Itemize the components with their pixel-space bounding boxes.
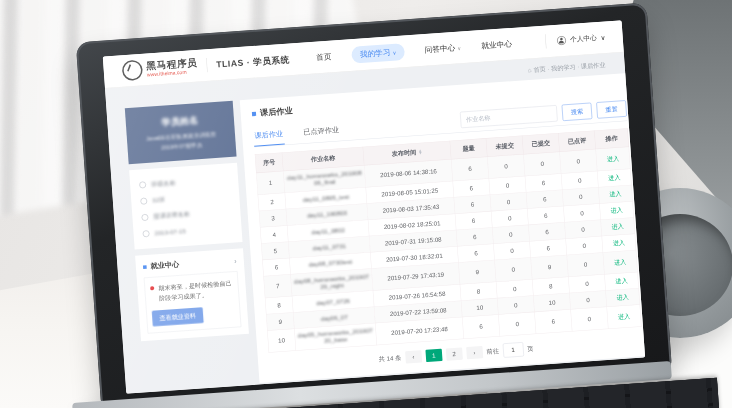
brand-logo[interactable]: 黑马程序员 www.itheima.com xyxy=(121,56,198,82)
col-seq: 序号 xyxy=(255,153,283,173)
reset-button[interactable]: 重置 xyxy=(596,100,627,118)
total-count: 共 14 条 xyxy=(378,353,401,363)
cell-reviewed: 0 xyxy=(560,149,598,173)
enter-link[interactable]: 进入 xyxy=(609,190,622,198)
student-info-card: 班级名称 32班 授课讲师名称 2019-07-15 xyxy=(129,163,242,250)
page-button-1[interactable]: 1 xyxy=(425,349,442,362)
cell-quantity: 6 xyxy=(451,157,489,181)
nav-item-employment-center[interactable]: 就业中心 xyxy=(481,39,512,51)
employment-panel: 就业中心 › 期末将至，是时候检验自己阶段学习成果了。 查看就业资料 xyxy=(135,248,249,341)
homework-name-input[interactable] xyxy=(460,105,558,128)
nav-item-home[interactable]: 首页 xyxy=(316,52,332,63)
enter-link[interactable]: 进入 xyxy=(618,312,631,320)
divider xyxy=(206,58,208,72)
enter-link[interactable]: 进入 xyxy=(616,293,629,301)
enter-link[interactable]: 进入 xyxy=(613,239,626,247)
home-icon: ⌂ xyxy=(528,66,532,73)
homework-table: 序号 作业名称 发布时间▲▼ 题量 未提交 已提交 已点评 xyxy=(255,128,642,352)
page-button-2[interactable]: 2 xyxy=(446,347,463,360)
cell-seq: 9 xyxy=(266,312,294,330)
enter-link[interactable]: 进入 xyxy=(610,206,623,214)
view-employment-materials-button[interactable]: 查看就业资料 xyxy=(152,307,204,326)
cell-submitted: 0 xyxy=(523,152,561,176)
nav-item-qa-center[interactable]: 问答中心∨ xyxy=(424,43,461,55)
cell-not-submitted: 0 xyxy=(498,312,536,336)
cell-reviewed: 0 xyxy=(571,307,609,331)
teacher-icon xyxy=(141,214,148,221)
cell-seq: 3 xyxy=(259,209,287,227)
red-dot-icon xyxy=(150,286,154,290)
cell-not-submitted: 0 xyxy=(487,154,525,178)
person-icon xyxy=(557,36,566,45)
chevron-right-icon: › xyxy=(234,256,237,265)
tab-homework[interactable]: 课后作业 xyxy=(253,124,285,146)
page-title: 课后作业 xyxy=(260,106,293,119)
cell-seq: 2 xyxy=(258,193,286,211)
chevron-down-icon: ∨ xyxy=(392,50,396,56)
laptop-screen: 黑马程序员 www.itheima.com TLIAS · 学员系统 首页 我的… xyxy=(103,20,645,393)
cell-submitted: 6 xyxy=(534,309,572,333)
cell-seq: 5 xyxy=(261,242,289,260)
goto-unit: 页 xyxy=(527,344,534,353)
cell-reviewed: 0 xyxy=(567,252,605,276)
tab-reviewed-homework[interactable]: 已点评作业 xyxy=(302,120,341,143)
cell-not-submitted: 0 xyxy=(495,257,533,281)
enter-link[interactable]: 进入 xyxy=(611,223,624,231)
cell-submitted: 9 xyxy=(531,255,569,279)
enter-link[interactable]: 进入 xyxy=(614,258,627,266)
table-body: 1 day11_homeworks_20190806_final 2019-08… xyxy=(256,147,641,353)
cell-seq: 6 xyxy=(262,258,290,276)
breadcrumb-text: 首页 · 我的学习 · 课后作业 xyxy=(533,61,605,73)
employment-title: 就业中心 xyxy=(150,260,179,271)
clock-icon xyxy=(143,230,150,237)
blue-square-bullet-icon xyxy=(143,265,147,269)
search-button[interactable]: 搜索 xyxy=(562,103,593,121)
user-menu[interactable]: 个人中心 ∨ xyxy=(538,30,606,49)
page-body: ⌂首页 · 我的学习 · 课后作业 学员姓名 JavaEE在职拓展就业训练营 2… xyxy=(105,52,645,393)
enter-link[interactable]: 进入 xyxy=(608,174,621,182)
col-action: 操作 xyxy=(594,128,628,149)
product-name: TLIAS · 学员系统 xyxy=(216,53,290,70)
search-group: 搜索 重置 xyxy=(460,100,627,132)
goto-label: 前往 xyxy=(486,347,499,357)
cell-seq: 7 xyxy=(264,274,292,298)
cell-quantity: 9 xyxy=(458,260,496,284)
itheima-logo-icon xyxy=(121,59,143,81)
web-app: 黑马程序员 www.itheima.com TLIAS · 学员系统 首页 我的… xyxy=(103,20,645,393)
laptop: 黑马程序员 www.itheima.com TLIAS · 学员系统 首页 我的… xyxy=(76,3,673,408)
profile-card: 学员姓名 JavaEE在职拓展就业训练营 2019年07期学员 xyxy=(125,101,237,165)
cell-seq: 10 xyxy=(267,329,295,353)
next-page-button[interactable]: › xyxy=(466,346,483,359)
cell-quantity: 6 xyxy=(462,314,500,338)
sidebar: 学员姓名 JavaEE在职拓展就业训练营 2019年07期学员 班级名称 32班… xyxy=(125,101,249,341)
homework-panel: 课后作业 课后作业 已点评作业 搜索 重置 xyxy=(240,72,645,383)
goto-page-input[interactable] xyxy=(502,342,523,358)
cell-seq: 8 xyxy=(265,296,293,314)
divider xyxy=(545,34,547,48)
chevron-down-icon: ∨ xyxy=(600,33,605,41)
user-menu-label: 个人中心 xyxy=(570,33,597,44)
cell-seq: 4 xyxy=(260,225,288,243)
photo-background: 黑马程序员 www.itheima.com TLIAS · 学员系统 首页 我的… xyxy=(0,0,732,408)
chevron-down-icon: ∨ xyxy=(457,45,461,51)
prev-page-button[interactable]: ‹ xyxy=(405,350,422,363)
cell-seq: 1 xyxy=(256,171,284,195)
enter-link[interactable]: 进入 xyxy=(615,277,628,285)
nav-item-my-learning[interactable]: 我的学习∨ xyxy=(351,43,405,63)
employment-notice-text: 期末将至，是时候检验自己阶段学习成果了。 xyxy=(158,278,234,304)
employment-panel-header[interactable]: 就业中心 › xyxy=(143,256,237,272)
student-name: 学员姓名 xyxy=(133,112,227,131)
sort-icon[interactable]: ▲▼ xyxy=(418,150,422,155)
blue-square-bullet-icon xyxy=(252,112,256,116)
class-icon xyxy=(139,181,146,188)
enter-link[interactable]: 进入 xyxy=(607,155,620,163)
group-icon xyxy=(140,197,147,204)
employment-notice-box: 期末将至，是时候检验自己阶段学习成果了。 查看就业资料 xyxy=(144,271,242,333)
